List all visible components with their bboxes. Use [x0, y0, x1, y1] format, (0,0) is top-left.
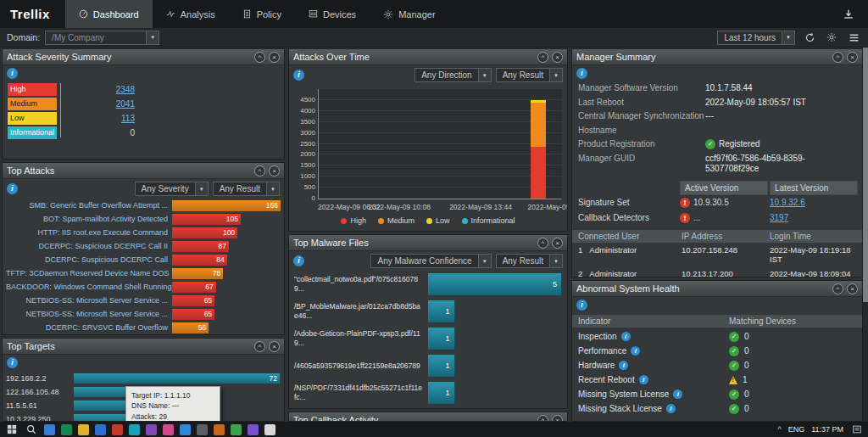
nav-tab-devices[interactable]: Devices [295, 0, 370, 28]
chevron-down-icon[interactable]: ▼ [549, 255, 562, 267]
attack-bar[interactable]: 67 [172, 282, 216, 293]
taskbar-app-icon[interactable] [129, 424, 140, 435]
result-filter-select[interactable]: Any Result ▼ [213, 182, 280, 196]
attack-bar[interactable]: 100 [172, 227, 237, 238]
attack-bar[interactable]: 84 [172, 255, 227, 266]
taskbar-app-icon[interactable] [264, 424, 275, 435]
info-icon[interactable]: i [7, 357, 18, 368]
taskbar-app-icon[interactable] [44, 424, 55, 435]
info-icon[interactable]: i [673, 389, 682, 399]
close-icon[interactable]: × [552, 52, 563, 63]
attack-name-link[interactable]: SMB: Generic Buffer Overflow Attempt ... [6, 201, 172, 210]
latest-version-link[interactable]: 3197 [770, 213, 788, 222]
attack-bar[interactable]: 65 [172, 295, 214, 306]
close-icon[interactable]: × [269, 52, 280, 63]
attack-name-link[interactable]: BOT: Spam-mailbot Activity Detected [6, 215, 172, 223]
alert-icon[interactable]: ! [680, 213, 690, 223]
severity-filter-select[interactable]: Any Severity ▼ [135, 182, 209, 196]
action-center-icon[interactable] [850, 423, 863, 436]
chevron-down-icon[interactable]: ▼ [266, 182, 279, 195]
taskbar-app-icon[interactable] [78, 424, 89, 435]
scrollbar-thumb[interactable] [863, 48, 868, 302]
download-icon[interactable] [837, 3, 860, 25]
info-icon[interactable]: i [621, 332, 631, 341]
malware-confidence-filter-select[interactable]: Any Malware Confidence ▼ [370, 254, 491, 268]
collapse-icon[interactable]: ^ [537, 52, 548, 63]
close-icon[interactable]: × [847, 283, 858, 294]
attack-name-link[interactable]: NETBIOS-SS: Microsoft Server Service ... [6, 296, 172, 305]
severity-count[interactable]: 2348 [57, 85, 135, 94]
severity-count[interactable]: 2041 [57, 99, 135, 109]
severity-count[interactable]: 113 [57, 114, 135, 123]
info-icon[interactable]: i [631, 346, 640, 356]
collapse-icon[interactable]: ^ [254, 165, 265, 176]
collapse-icon[interactable]: ^ [254, 52, 265, 63]
info-icon[interactable]: i [619, 361, 628, 370]
close-icon[interactable]: × [552, 238, 563, 249]
result-filter-select[interactable]: Any Result ▼ [496, 254, 563, 268]
chevron-down-icon[interactable]: ▼ [478, 255, 491, 267]
attack-name-link[interactable]: NETBIOS-SS: Microsoft Server Service ... [6, 310, 172, 318]
collapse-icon[interactable]: ^ [832, 283, 843, 294]
low-bar-segment[interactable] [531, 100, 546, 103]
close-icon[interactable]: × [847, 52, 858, 63]
direction-filter-select[interactable]: Any Direction ▼ [415, 68, 491, 82]
nav-tab-manager[interactable]: Manager [370, 0, 448, 28]
target-bar[interactable]: 72 [74, 373, 281, 384]
latest-version-link[interactable]: 10.9.32.6 [770, 198, 805, 207]
attack-bar[interactable]: 65 [172, 309, 214, 320]
attack-bar[interactable]: 78 [172, 268, 223, 279]
attack-name-link[interactable]: BACKDOOR: Windows Command Shell Running [6, 283, 172, 291]
close-icon[interactable]: × [552, 415, 563, 423]
chevron-down-icon[interactable]: ▼ [782, 31, 794, 44]
language-indicator[interactable]: ENG [788, 425, 805, 434]
nav-tab-analysis[interactable]: Analysis [153, 0, 229, 28]
close-icon[interactable]: × [269, 165, 280, 176]
close-icon[interactable]: × [269, 341, 280, 352]
info-icon[interactable]: i [666, 404, 676, 413]
taskbar-app-icon[interactable] [180, 424, 191, 435]
result-filter-select[interactable]: Any Result ▼ [496, 68, 563, 82]
search-icon[interactable] [25, 423, 38, 436]
taskbar-app-icon[interactable] [248, 424, 259, 435]
taskbar-app-icon[interactable] [231, 424, 242, 435]
taskbar-app-icon[interactable] [61, 424, 72, 435]
taskbar-app-icon[interactable] [95, 424, 106, 435]
chevron-down-icon[interactable]: ▼ [195, 182, 208, 195]
alert-icon[interactable]: ! [680, 198, 690, 208]
taskbar-app-icon[interactable] [197, 424, 208, 435]
attack-bar[interactable]: 105 [172, 214, 241, 225]
nav-tab-policy[interactable]: Policy [229, 0, 295, 28]
malware-bar[interactable]: 1 [428, 300, 455, 322]
info-icon[interactable]: i [293, 70, 304, 81]
malware-bar[interactable]: 1 [428, 328, 455, 350]
collapse-icon[interactable]: ^ [537, 238, 548, 249]
attack-name-link[interactable]: DCERPC: Suspicious DCERPC Call II [6, 242, 172, 250]
info-icon[interactable]: i [576, 68, 587, 79]
collapse-icon[interactable]: ^ [254, 341, 265, 352]
attack-bar[interactable]: 56 [172, 322, 209, 333]
chevron-down-icon[interactable]: ▼ [146, 31, 159, 44]
taskbar-app-icon[interactable] [214, 424, 225, 435]
info-icon[interactable]: i [639, 375, 648, 384]
tray-chevron-up-icon[interactable]: ^ [777, 425, 781, 434]
attack-name-link[interactable]: DCERPC: Suspicious DCERPC Call [6, 255, 172, 264]
time-range-select[interactable]: Last 12 hours ▼ [717, 31, 795, 45]
clock[interactable]: 11:37 PM [811, 425, 843, 434]
high-bar-segment[interactable] [531, 147, 546, 199]
start-menu-icon[interactable] [5, 423, 19, 436]
collapse-icon[interactable]: ^ [832, 52, 843, 63]
attack-name-link[interactable]: DCERPC: SRVSVC Buffer Overflow [6, 323, 172, 332]
settings-gear-icon[interactable] [824, 30, 839, 45]
malware-bar[interactable]: 1 [428, 355, 455, 377]
attack-bar[interactable]: 166 [172, 200, 281, 211]
taskbar-app-icon[interactable] [146, 424, 157, 435]
nav-tab-dashboard[interactable]: Dashboard [65, 0, 153, 28]
chevron-down-icon[interactable]: ▼ [478, 69, 491, 81]
malware-bar[interactable]: 1 [428, 382, 455, 404]
chevron-down-icon[interactable]: ▼ [549, 69, 562, 81]
taskbar-app-icon[interactable] [163, 424, 174, 435]
refresh-icon[interactable] [802, 30, 817, 45]
attack-bar[interactable]: 87 [172, 241, 229, 252]
taskbar-app-icon[interactable] [112, 424, 123, 435]
